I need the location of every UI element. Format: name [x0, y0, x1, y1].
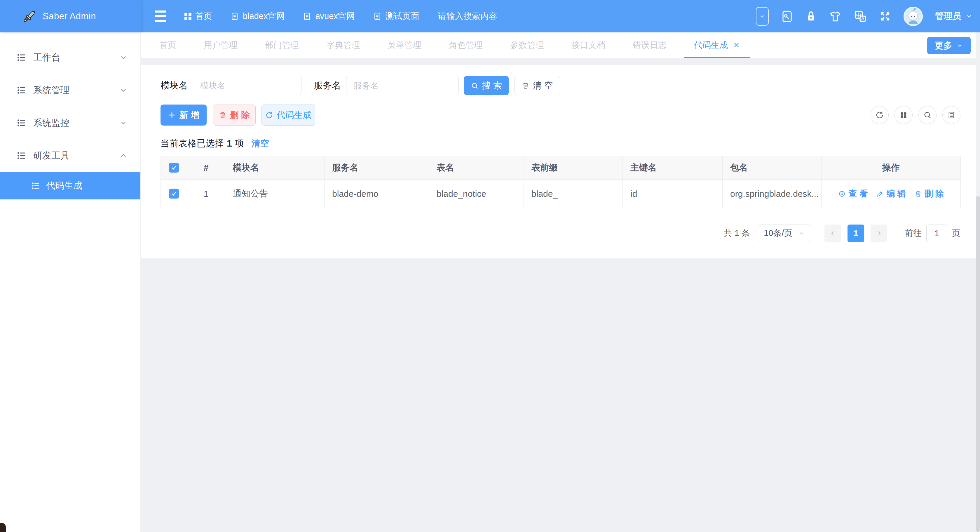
- search-button-label: 搜 索: [482, 80, 502, 92]
- tab-api-docs[interactable]: 接口文档: [562, 32, 615, 58]
- debug-clipboard-icon[interactable]: [781, 10, 793, 23]
- clear-button[interactable]: 清 空: [514, 76, 560, 95]
- delete-link[interactable]: 删 除: [915, 188, 944, 200]
- delete-button[interactable]: 删 除: [213, 105, 256, 126]
- list-doc-icon: [947, 111, 956, 119]
- top-menu: 首页 bladex官网 avuex官网 测试页面: [185, 11, 419, 22]
- top-collapse-button[interactable]: [756, 7, 769, 26]
- edit-link[interactable]: 编 辑: [877, 188, 905, 200]
- current-page-button[interactable]: 1: [848, 225, 864, 242]
- tab-dict-management[interactable]: 字典管理: [317, 32, 370, 58]
- service-name-input[interactable]: [346, 76, 459, 95]
- language-translate-icon[interactable]: 中 A: [854, 10, 867, 23]
- column-header-service[interactable]: 服务名: [325, 156, 429, 180]
- data-table: # 模块名 服务名 表名 表前缀 主键名 包名 操作 1 通知公告 blade-…: [161, 156, 961, 208]
- clear-button-label: 清 空: [533, 80, 553, 92]
- add-button[interactable]: 新 增: [161, 105, 207, 126]
- search-button[interactable]: 搜 索: [464, 76, 509, 95]
- search-toggle-button[interactable]: [918, 106, 937, 124]
- tab-code-generation[interactable]: 代码生成 ✕: [684, 32, 750, 58]
- grid-icon: [185, 13, 191, 20]
- tab-home[interactable]: 首页: [150, 32, 186, 58]
- sword-logo-icon: [22, 8, 37, 24]
- chevron-down-icon: [119, 53, 127, 62]
- chevron-left-icon: [829, 230, 837, 237]
- prev-page-button[interactable]: [824, 225, 841, 242]
- edit-link-label: 编 辑: [886, 188, 905, 200]
- sidebar-item-label: 研发工具: [33, 150, 70, 162]
- tab-user-management[interactable]: 用户管理: [194, 32, 248, 58]
- cell-module: 通知公告: [225, 180, 325, 208]
- navbar-tools: 中 A: [756, 7, 980, 26]
- select-all-checkbox[interactable]: [169, 162, 179, 172]
- column-header-pk[interactable]: 主键名: [623, 156, 722, 180]
- module-name-label: 模块名: [161, 80, 188, 92]
- tab-label: 首页: [159, 40, 176, 51]
- top-menu-home[interactable]: 首页: [185, 11, 212, 22]
- top-menu-bladex[interactable]: bladex官网: [230, 11, 285, 22]
- row-checkbox[interactable]: [169, 189, 179, 199]
- lock-icon[interactable]: [805, 10, 816, 22]
- module-name-input[interactable]: [193, 76, 301, 95]
- tab-role-management[interactable]: 角色管理: [439, 32, 493, 58]
- top-menu-testpage[interactable]: 测试页面: [373, 11, 419, 22]
- scrollbar-thumb[interactable]: [976, 196, 980, 532]
- tab-department-management[interactable]: 部门管理: [255, 32, 309, 58]
- service-name-label: 服务名: [314, 80, 341, 92]
- cell-index: 1: [187, 180, 225, 208]
- sidebar-item-label: 系统管理: [33, 84, 70, 96]
- view-link[interactable]: 查 看: [838, 188, 868, 200]
- sidebar-item-label: 工作台: [33, 51, 60, 64]
- page-size-select[interactable]: 10条/页: [757, 225, 811, 242]
- content-card: 模块名 服务名 搜 索 清 空 新 增 删 除: [141, 65, 976, 258]
- sidebar-item-system-management[interactable]: 系统管理: [0, 74, 140, 107]
- column-header-module[interactable]: 模块名: [225, 156, 325, 180]
- column-header-index[interactable]: #: [187, 156, 225, 180]
- column-header-prefix[interactable]: 表前缀: [524, 156, 623, 180]
- refresh-icon: [875, 111, 884, 119]
- tab-menu-management[interactable]: 菜单管理: [378, 32, 431, 58]
- trash-icon: [219, 111, 226, 119]
- sidebar-item-workbench[interactable]: 工作台: [0, 41, 140, 74]
- sidebar-collapse-button[interactable]: [155, 11, 166, 22]
- table-row[interactable]: 1 通知公告 blade-demo blade_notice blade_ id…: [161, 180, 961, 208]
- selection-text: 当前表格已选择: [161, 137, 224, 150]
- column-header-table[interactable]: 表名: [429, 156, 524, 180]
- sidebar-item-label: 系统监控: [33, 117, 70, 129]
- column-header-ops[interactable]: 操作: [821, 156, 961, 180]
- user-menu[interactable]: 管理员: [935, 10, 972, 22]
- refresh-tool-button[interactable]: [870, 106, 889, 124]
- sidebar-item-system-monitor[interactable]: 系统监控: [0, 107, 140, 139]
- chevron-down-icon: [119, 86, 127, 94]
- plus-icon: [168, 111, 176, 119]
- column-header-package[interactable]: 包名: [722, 156, 821, 180]
- list-view-button[interactable]: [942, 106, 961, 124]
- top-menu-avuex[interactable]: avuex官网: [303, 11, 355, 22]
- goto-page-input[interactable]: [926, 225, 947, 242]
- close-icon[interactable]: ✕: [733, 41, 740, 50]
- global-search-input[interactable]: [438, 11, 563, 21]
- sidebar-item-code-generation[interactable]: 代码生成: [0, 172, 140, 199]
- more-tabs-button[interactable]: 更多: [927, 37, 970, 54]
- sidebar-item-dev-tools[interactable]: 研发工具: [0, 139, 140, 172]
- tab-param-management[interactable]: 参数管理: [500, 32, 554, 58]
- tab-label: 角色管理: [449, 40, 483, 51]
- fullscreen-icon[interactable]: [879, 10, 891, 22]
- search-icon: [923, 111, 932, 119]
- chevron-up-icon: [119, 151, 127, 160]
- chevron-down-icon: [119, 119, 127, 127]
- check-icon: [171, 164, 177, 171]
- theme-shirt-icon[interactable]: [829, 10, 842, 22]
- tab-error-log[interactable]: 错误日志: [623, 32, 676, 58]
- svg-text:A: A: [861, 16, 864, 21]
- row-operations: 查 看 编 辑 删 除: [821, 188, 961, 200]
- next-page-button[interactable]: [870, 225, 887, 242]
- user-avatar[interactable]: [904, 7, 923, 26]
- vertical-scrollbar[interactable]: [976, 32, 980, 532]
- tab-label: 用户管理: [204, 40, 237, 51]
- column-setting-button[interactable]: [894, 106, 913, 124]
- selection-clear-link[interactable]: 清空: [251, 137, 269, 150]
- search-icon: [471, 82, 479, 90]
- code-generate-button[interactable]: 代码生成: [261, 105, 315, 126]
- list-icon: [16, 150, 27, 161]
